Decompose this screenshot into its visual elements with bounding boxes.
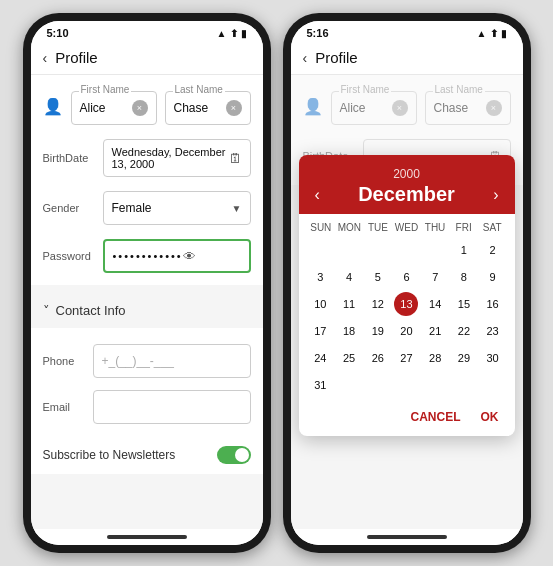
calendar-ok-button[interactable]: OK bbox=[477, 408, 503, 426]
first-name-clear-icon[interactable]: × bbox=[132, 100, 148, 116]
cal-day-25[interactable]: 25 bbox=[337, 346, 361, 370]
profile-header-right: ‹ Profile bbox=[291, 41, 523, 75]
subscribe-row: Subscribe to Newsletters bbox=[31, 436, 263, 474]
cal-day-5[interactable]: 5 bbox=[366, 265, 390, 289]
home-bar-left bbox=[107, 535, 187, 539]
cal-day-19[interactable]: 19 bbox=[366, 319, 390, 343]
last-name-input-right: Chase × bbox=[425, 91, 511, 125]
time-left: 5:10 bbox=[47, 27, 69, 39]
name-row-right: First Name Alice × Last Name Chase × bbox=[331, 91, 511, 125]
calendar-body: SUN MON TUE WED THU FRI SAT 123456789101… bbox=[299, 214, 515, 402]
email-row: Email bbox=[43, 390, 251, 424]
cal-day-15[interactable]: 15 bbox=[452, 292, 476, 316]
birthdate-input-wrap[interactable]: Wednesday, December 13, 2000 🗓 bbox=[103, 139, 251, 177]
password-eye-icon[interactable]: 👁 bbox=[183, 249, 196, 264]
first-name-input-right: Alice × bbox=[331, 91, 417, 125]
cal-day-10[interactable]: 10 bbox=[308, 292, 332, 316]
cal-day-22[interactable]: 22 bbox=[452, 319, 476, 343]
cal-day-31[interactable]: 31 bbox=[308, 373, 332, 397]
password-value: •••••••••••• bbox=[113, 250, 183, 262]
last-name-label-right: Last Name bbox=[433, 84, 485, 95]
last-name-value-right: Chase bbox=[434, 101, 486, 115]
password-label: Password bbox=[43, 250, 95, 262]
signal-icon-right: ▲ bbox=[477, 28, 487, 39]
cal-day-14[interactable]: 14 bbox=[423, 292, 447, 316]
signal-icon: ▲ bbox=[217, 28, 227, 39]
password-field: •••••••••••• 👁 bbox=[103, 239, 251, 273]
status-icons-left: ▲ ⬆ ▮ bbox=[217, 28, 247, 39]
last-name-field-right: Last Name Chase × bbox=[425, 91, 511, 125]
last-name-input-wrap[interactable]: Chase × bbox=[165, 91, 251, 125]
battery-icon-right: ▮ bbox=[501, 28, 507, 39]
cal-day-23[interactable]: 23 bbox=[481, 319, 505, 343]
gender-label: Gender bbox=[43, 202, 95, 214]
first-name-value: Alice bbox=[80, 101, 132, 115]
last-name-clear-icon[interactable]: × bbox=[226, 100, 242, 116]
cal-day-9[interactable]: 9 bbox=[481, 265, 505, 289]
contact-section-title: Contact Info bbox=[56, 303, 126, 318]
avatar-icon: 👤 bbox=[43, 96, 63, 116]
first-name-field: First Name Alice × bbox=[71, 91, 157, 125]
calendar-icon-left[interactable]: 🗓 bbox=[229, 151, 242, 166]
phone-placeholder: +_(__)__-___ bbox=[102, 354, 242, 368]
first-name-label: First Name bbox=[79, 84, 132, 95]
status-bar-right: 5:16 ▲ ⬆ ▮ bbox=[291, 21, 523, 41]
chevron-down-contact-icon: ˅ bbox=[43, 303, 50, 318]
cal-day-empty bbox=[366, 238, 390, 262]
phone-row: Phone +_(__)__-___ bbox=[43, 344, 251, 378]
last-name-field: Last Name Chase × bbox=[165, 91, 251, 125]
status-bar-left: 5:10 ▲ ⬆ ▮ bbox=[31, 21, 263, 41]
cal-day-18[interactable]: 18 bbox=[337, 319, 361, 343]
gender-select[interactable]: Female ▼ bbox=[103, 191, 251, 225]
birthdate-row: BirthDate Wednesday, December 13, 2000 🗓 bbox=[43, 139, 251, 177]
battery-icon: ▮ bbox=[241, 28, 247, 39]
calendar-actions: CANCEL OK bbox=[299, 402, 515, 436]
time-right: 5:16 bbox=[307, 27, 329, 39]
first-name-input-wrap[interactable]: Alice × bbox=[71, 91, 157, 125]
cal-day-8[interactable]: 8 bbox=[452, 265, 476, 289]
phone-input-wrap[interactable]: +_(__)__-___ bbox=[93, 344, 251, 378]
contact-section-header[interactable]: ˅ Contact Info bbox=[31, 293, 263, 328]
cal-day-12[interactable]: 12 bbox=[366, 292, 390, 316]
cal-day-17[interactable]: 17 bbox=[308, 319, 332, 343]
cal-day-4[interactable]: 4 bbox=[337, 265, 361, 289]
cal-day-27[interactable]: 27 bbox=[394, 346, 418, 370]
gender-field: Female ▼ bbox=[103, 191, 251, 225]
cal-day-empty bbox=[394, 238, 418, 262]
cal-day-29[interactable]: 29 bbox=[452, 346, 476, 370]
home-indicator-right bbox=[291, 529, 523, 545]
calendar-cancel-button[interactable]: CANCEL bbox=[407, 408, 465, 426]
email-input-wrap[interactable] bbox=[93, 390, 251, 424]
wifi-icon-right: ⬆ bbox=[490, 28, 498, 39]
phone-label: Phone bbox=[43, 355, 85, 367]
subscribe-toggle[interactable] bbox=[217, 446, 251, 464]
cal-day-3[interactable]: 3 bbox=[308, 265, 332, 289]
cal-day-20[interactable]: 20 bbox=[394, 319, 418, 343]
cal-day-30[interactable]: 30 bbox=[481, 346, 505, 370]
calendar-prev-button[interactable]: ‹ bbox=[311, 186, 324, 204]
cal-day-24[interactable]: 24 bbox=[308, 346, 332, 370]
password-input-wrap[interactable]: •••••••••••• 👁 bbox=[103, 239, 251, 273]
last-name-clear-right: × bbox=[486, 100, 502, 116]
cal-day-11[interactable]: 11 bbox=[337, 292, 361, 316]
cal-day-7[interactable]: 7 bbox=[423, 265, 447, 289]
cal-day-6[interactable]: 6 bbox=[394, 265, 418, 289]
cal-day-16[interactable]: 16 bbox=[481, 292, 505, 316]
home-bar-right bbox=[367, 535, 447, 539]
first-name-value-right: Alice bbox=[340, 101, 392, 115]
day-sun: SUN bbox=[307, 220, 336, 235]
day-fri: FRI bbox=[449, 220, 478, 235]
back-button-right[interactable]: ‹ bbox=[303, 50, 308, 66]
cal-day-26[interactable]: 26 bbox=[366, 346, 390, 370]
day-wed: WED bbox=[392, 220, 421, 235]
cal-day-21[interactable]: 21 bbox=[423, 319, 447, 343]
cal-day-13[interactable]: 13 bbox=[394, 292, 418, 316]
cal-day-1[interactable]: 1 bbox=[452, 238, 476, 262]
cal-day-28[interactable]: 28 bbox=[423, 346, 447, 370]
calendar-next-button[interactable]: › bbox=[489, 186, 502, 204]
back-button-left[interactable]: ‹ bbox=[43, 50, 48, 66]
cal-day-2[interactable]: 2 bbox=[481, 238, 505, 262]
birthdate-field: Wednesday, December 13, 2000 🗓 bbox=[103, 139, 251, 177]
name-row: First Name Alice × Last Name Chase × bbox=[71, 91, 251, 125]
phone-field: +_(__)__-___ bbox=[93, 344, 251, 378]
